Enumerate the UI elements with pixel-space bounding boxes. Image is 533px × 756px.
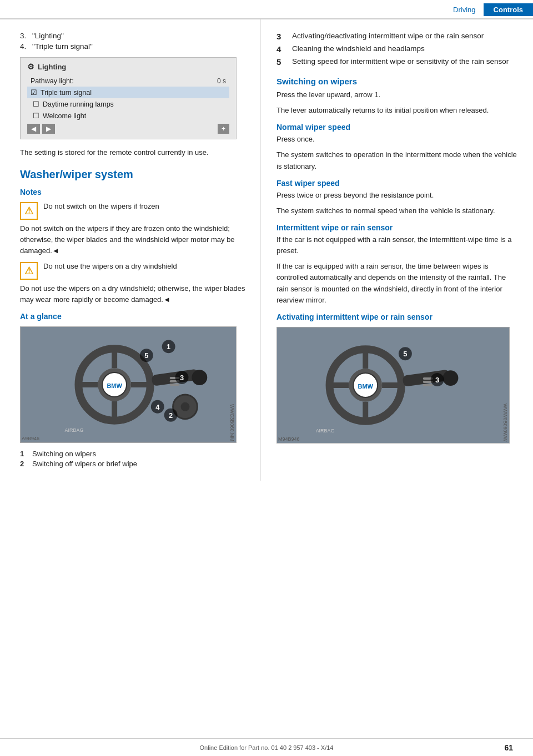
switching-heading: Switching on wipers xyxy=(276,77,517,86)
item-4-num: 4. xyxy=(20,42,32,51)
screenshot-row-triple: ☑ Triple turn signal xyxy=(27,87,229,98)
right-item-3: 3 Activating/deactivating intermittent w… xyxy=(276,32,517,41)
pathway-label: Pathway light: xyxy=(31,77,74,85)
intermittent-text-1: If the car is not equipped with a rain s… xyxy=(276,234,517,256)
svg-rect-10 xyxy=(192,370,207,385)
svg-rect-40 xyxy=(423,384,433,386)
left-column: 3. "Lighting" 4. "Triple turn signal" ⚙ … xyxy=(0,19,261,481)
svg-text:AIRBAG: AIRBAG xyxy=(65,427,84,433)
item-3-num: 3. xyxy=(20,32,32,40)
at-glance-heading: At a glance xyxy=(20,312,247,321)
item-3-text: "Lighting" xyxy=(32,32,64,40)
svg-text:BMW: BMW xyxy=(107,382,122,389)
welcome-checkbox-icon: ☐ xyxy=(33,112,39,120)
header-driving: Driving xyxy=(445,3,483,16)
glance-text-2: Switching off wipers or brief wipe xyxy=(32,460,137,468)
right-column: 3 Activating/deactivating intermittent w… xyxy=(261,19,533,481)
warning-1-title: Do not switch on the wipers if frozen xyxy=(43,202,159,210)
svg-text:5: 5 xyxy=(403,350,407,358)
svg-text:BMW: BMW xyxy=(358,383,374,390)
footer: Online Edition for Part no. 01 40 2 957 … xyxy=(0,738,533,756)
right-dashboard-image: BMW AIRBAG 5 3 WWW0B060WW M94B946 xyxy=(276,327,510,443)
glance-text-1: Switching on wipers xyxy=(32,450,96,458)
page-header: Driving Controls xyxy=(0,0,533,19)
activating-heading: Activating intermittent wipe or rain sen… xyxy=(276,313,517,321)
settings-icon: ⚙ xyxy=(27,62,34,71)
img-watermark-left: WWC3B060.MM xyxy=(229,404,235,441)
normal-speed-text-1: Press once. xyxy=(276,134,517,145)
plus-button[interactable]: + xyxy=(218,124,229,134)
svg-rect-37 xyxy=(443,370,459,386)
screenshot-row-daytime: ☐ Daytime running lamps xyxy=(27,98,229,110)
item-4-text: "Triple turn signal" xyxy=(32,42,93,51)
right-num-5: 5 xyxy=(276,57,292,67)
svg-rect-15 xyxy=(170,384,180,386)
svg-text:4: 4 xyxy=(155,403,160,411)
normal-speed-text-2: The system switches to operation in the … xyxy=(276,149,517,172)
list-item-3: 3. "Lighting" xyxy=(20,32,247,40)
warning-icon-2: ⚠ xyxy=(20,262,38,280)
warning-box-2: ⚠ Do not use the wipers on a dry windshi… xyxy=(20,261,247,280)
main-content: 3. "Lighting" 4. "Triple turn signal" ⚙ … xyxy=(0,19,533,481)
right-dashboard-svg: BMW AIRBAG 5 3 xyxy=(277,327,509,443)
right-num-4: 4 xyxy=(276,44,292,54)
notes-heading: Notes xyxy=(20,188,247,196)
dashboard-image: BMW AIRBAG 5 1 3 xyxy=(20,326,237,443)
daytime-label: Daytime running lamps xyxy=(43,100,226,108)
svg-text:3: 3 xyxy=(435,376,439,384)
warning-2-detail: Do not use the wipers on a dry windshiel… xyxy=(20,283,247,305)
warning-1-detail: Do not switch on the wipers if they are … xyxy=(20,223,247,256)
warning-icon-1: ⚠ xyxy=(20,202,38,220)
daytime-checkbox-icon: ☐ xyxy=(33,100,39,108)
nav-right-button[interactable]: ▶ xyxy=(42,124,55,134)
caption-text: The setting is stored for the remote con… xyxy=(20,147,247,158)
switching-text-2: The lever automatically returns to its i… xyxy=(276,105,517,116)
footer-page: 61 xyxy=(504,743,513,752)
warning-box-1: ⚠ Do not switch on the wipers if frozen xyxy=(20,201,247,220)
svg-point-12 xyxy=(181,402,190,411)
washer-wiper-heading: Washer/wiper system xyxy=(20,168,247,181)
triple-checkbox-icon: ☑ xyxy=(31,88,37,97)
screenshot-title-text: Lighting xyxy=(38,63,66,71)
glance-item-1: 1 Switching on wipers xyxy=(20,450,247,458)
right-item-5: 5 Setting speed for intermittent wipe or… xyxy=(276,57,517,67)
right-item-4: 4 Cleaning the windshield and headlamps xyxy=(276,44,517,54)
screenshot-row-pathway: Pathway light: 0 s xyxy=(27,75,229,87)
fast-speed-text-2: The system switches to normal speed when… xyxy=(276,205,517,216)
triple-label: Triple turn signal xyxy=(41,89,226,97)
img-watermark-right: WWW0B060WW xyxy=(502,404,508,442)
warning-2-title: Do not use the wipers on a dry windshiel… xyxy=(43,262,177,270)
svg-text:1: 1 xyxy=(167,343,170,351)
right-text-4: Cleaning the windshield and headlamps xyxy=(292,44,425,54)
glance-list: 1 Switching on wipers 2 Switching off wi… xyxy=(20,450,247,468)
right-text-5: Setting speed for intermittent wipe or s… xyxy=(292,57,509,67)
warning-text-2: Do not use the wipers on a dry windshiel… xyxy=(43,261,177,272)
header-controls: Controls xyxy=(484,3,533,16)
right-num-3: 3 xyxy=(276,32,292,41)
img-watermark2-left: A9B946 xyxy=(22,436,39,441)
svg-text:AIRBAG: AIRBAG xyxy=(316,427,335,433)
switching-text-1: Press the lever upward, arrow 1. xyxy=(276,89,517,100)
normal-speed-heading: Normal wiper speed xyxy=(276,123,517,132)
right-text-3: Activating/deactivating intermittent wip… xyxy=(292,32,484,41)
nav-left-button[interactable]: ◀ xyxy=(27,124,40,134)
intermittent-heading: Intermittent wipe or rain sensor xyxy=(276,223,517,232)
screenshot-box: ⚙ Lighting Pathway light: 0 s ☑ Triple t… xyxy=(20,57,237,139)
svg-text:2: 2 xyxy=(169,411,173,420)
img-watermark2-right: M94B946 xyxy=(278,436,300,442)
list-item-4: 4. "Triple turn signal" xyxy=(20,42,247,51)
glance-num-1: 1 xyxy=(20,450,32,458)
dashboard-svg: BMW AIRBAG 5 1 3 xyxy=(21,326,236,443)
warning-text-1: Do not switch on the wipers if frozen xyxy=(43,201,159,212)
glance-num-2: 2 xyxy=(20,460,32,468)
intermittent-text-2: If the car is equipped with a rain senso… xyxy=(276,261,517,306)
glance-item-2: 2 Switching off wipers or brief wipe xyxy=(20,460,247,468)
footer-text: Online Edition for Part no. 01 40 2 957 … xyxy=(200,744,334,751)
svg-text:3: 3 xyxy=(180,374,184,382)
svg-text:5: 5 xyxy=(144,351,148,360)
fast-speed-heading: Fast wiper speed xyxy=(276,179,517,188)
pathway-value: 0 s xyxy=(217,77,226,85)
screenshot-title: ⚙ Lighting xyxy=(27,62,229,71)
welcome-label: Welcome light xyxy=(43,112,226,120)
screenshot-row-welcome: ☐ Welcome light xyxy=(27,110,229,122)
